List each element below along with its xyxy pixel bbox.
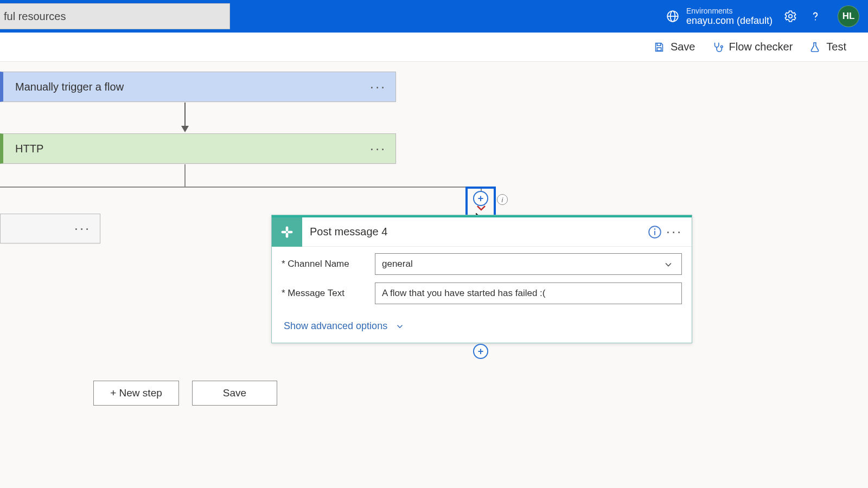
user-avatar[interactable]: HL [838,5,859,27]
trigger-card[interactable]: Manually trigger a flow ··· [0,72,396,102]
left-branch-card[interactable]: ··· [0,214,100,243]
globe-icon [666,9,680,23]
trigger-title: Manually trigger a flow [15,81,361,93]
environment-label: Environments [686,7,773,15]
add-step-icon[interactable]: + [473,191,488,206]
flask-icon [809,41,821,53]
add-step-icon[interactable]: + [473,344,488,359]
save-icon [653,41,665,53]
stethoscope-icon [712,41,724,53]
environment-picker[interactable]: Environments enayu.com (default) [666,7,773,27]
settings-icon[interactable] [783,9,797,23]
card-menu-icon[interactable]: ··· [361,72,395,101]
connector-arrow [184,102,186,126]
flow-canvas[interactable]: Manually trigger a flow ··· HTTP ··· ···… [0,62,868,488]
svg-point-2 [789,15,793,18]
save-button[interactable]: Save [192,381,277,406]
channel-name-select[interactable]: general [375,253,682,275]
svg-rect-8 [282,230,286,233]
save-action[interactable]: Save [653,41,695,53]
slack-icon [272,217,302,247]
environment-value: enayu.com (default) [686,15,773,27]
help-icon[interactable] [808,9,822,23]
svg-rect-9 [288,230,292,233]
chevron-down-icon [395,322,405,331]
svg-point-3 [815,19,816,20]
branch-line [0,187,482,188]
test-action[interactable]: Test [809,41,846,53]
post-message-panel: Post message 4 ··· * Channel Name genera… [271,215,692,343]
svg-rect-6 [286,226,289,231]
panel-header[interactable]: Post message 4 ··· [272,215,692,247]
search-input[interactable]: ful resources [0,3,230,29]
info-icon[interactable] [645,222,665,242]
svg-point-5 [720,46,723,48]
info-icon[interactable]: i [497,194,508,205]
svg-rect-7 [286,233,289,237]
new-step-button[interactable]: + New step [93,381,179,406]
connector-line [184,164,186,187]
http-title: HTTP [15,143,361,155]
chevron-down-icon [663,259,674,273]
http-card[interactable]: HTTP ··· [0,133,396,164]
card-menu-icon[interactable]: ··· [65,214,100,243]
arrowhead-icon [181,126,189,132]
message-text-label: * Message Text [282,288,375,299]
channel-name-label: * Channel Name [282,259,375,269]
card-menu-icon[interactable]: ··· [361,134,395,163]
svg-rect-4 [657,47,661,50]
panel-menu-icon[interactable]: ··· [665,222,684,242]
svg-point-11 [654,228,656,230]
show-advanced-toggle[interactable]: Show advanced options [272,316,692,343]
flow-checker-action[interactable]: Flow checker [712,41,793,53]
message-text-input[interactable]: A flow that you have started has failed … [375,282,682,304]
command-bar: Save Flow checker Test [0,33,868,62]
chevron-down-icon [476,205,486,211]
app-topbar: ful resources Environments enayu.com (de… [0,0,868,33]
panel-title: Post message 4 [310,226,645,238]
